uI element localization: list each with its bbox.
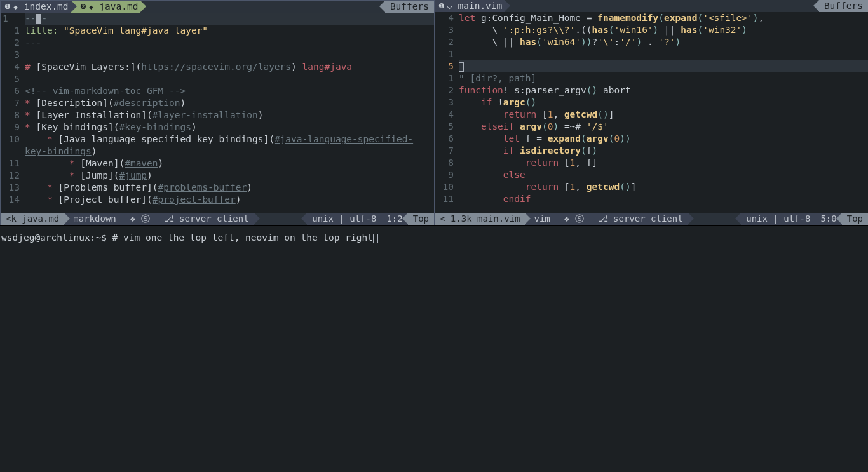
code-line[interactable]: [459, 60, 868, 72]
code-line[interactable]: [25, 49, 434, 61]
line-number: 12: [1, 170, 20, 182]
line-number: 1: [435, 72, 454, 84]
code-line[interactable]: * [Project buffer](#project-buffer): [25, 194, 434, 206]
status-scroll: Top: [842, 213, 868, 225]
code-line[interactable]: " [dir?, path]: [459, 72, 868, 84]
left-gutter: 1234567891011121314: [1, 13, 24, 213]
code-line[interactable]: return [1, getcwd()]: [459, 109, 868, 121]
line-number: 6: [435, 133, 454, 145]
status-encoding: unix | utf-8: [307, 213, 381, 225]
code-line[interactable]: title: "SpaceVim lang#java layer": [25, 25, 434, 37]
code-line[interactable]: # [SpaceVim Layers:](https://spacevim.or…: [25, 61, 434, 73]
line-number: 7: [1, 97, 20, 109]
code-line[interactable]: [25, 73, 434, 85]
line-number: 3: [1, 49, 20, 61]
code-line[interactable]: * [Maven](#maven): [25, 158, 434, 170]
left-statusbar: <k java.md markdown ❖ Ⓢ ⎇ server_client …: [1, 213, 434, 225]
code-line[interactable]: ---: [25, 13, 434, 25]
line-number: 1: [435, 48, 454, 60]
line-number: 6: [1, 85, 20, 97]
status-branch: ⎇ server_client: [589, 213, 688, 225]
line-number: 2: [435, 84, 454, 97]
code-line[interactable]: endif: [459, 193, 868, 205]
line-number: 2: [435, 36, 454, 48]
line-number: 8: [435, 157, 454, 169]
code-line[interactable]: key-bindings): [25, 145, 434, 158]
code-line[interactable]: let f = expand(argv(0)): [459, 133, 868, 145]
left-editor[interactable]: 1234567891011121314 ---title: "SpaceVim …: [1, 13, 434, 213]
line-number: 4: [435, 109, 454, 121]
code-line[interactable]: let g:Config_Main_Home = fnamemodify(exp…: [459, 12, 868, 24]
right-tabbar: ❶ ⌵ main.vimBuffers: [435, 0, 868, 12]
line-number: 4: [435, 12, 454, 24]
code-line[interactable]: return [1, getcwd()]: [459, 181, 868, 193]
line-number: 9: [435, 169, 454, 181]
tab-main-vim[interactable]: ❶ ⌵ main.vim: [435, 0, 505, 12]
code-line[interactable]: else: [459, 169, 868, 181]
line-number: 8: [1, 109, 20, 121]
code-line[interactable]: <!-- vim-markdown-toc GFM -->: [25, 85, 434, 97]
code-line[interactable]: if !argc(): [459, 97, 868, 109]
code-line[interactable]: return [1, f]: [459, 157, 868, 169]
code-line[interactable]: ---: [25, 37, 434, 49]
buffers-indicator[interactable]: Buffers: [819, 0, 868, 12]
line-number: 11: [435, 193, 454, 205]
status-size: <k java.md: [1, 213, 64, 225]
line-number: 3: [435, 24, 454, 36]
terminal-cursor: [373, 234, 378, 243]
code-line[interactable]: elseif argv(0) =~# '/$': [459, 121, 868, 133]
status-size: < 1.3k main.vim: [435, 213, 525, 225]
line-number: 3: [435, 97, 454, 109]
line-number: 5: [1, 73, 20, 85]
code-line[interactable]: * [Jump](#jump): [25, 170, 434, 182]
line-number: [1, 145, 20, 158]
right-statusbar: < 1.3k main.vim vim ❖ Ⓢ ⎇ server_client …: [435, 213, 868, 225]
line-number: 5: [435, 60, 454, 72]
code-line[interactable]: \ ':p:h:gs?\\?'.((has('win16') || has('w…: [459, 24, 868, 36]
code-line[interactable]: * [Key bindings](#key-bindings): [25, 121, 434, 133]
line-number: 10: [1, 133, 20, 145]
status-filetype: markdown: [64, 213, 121, 225]
layout: ❶ ⬥ index.md❷ ⬥ java.mdBuffers 123456789…: [0, 0, 868, 472]
code-line[interactable]: \ || has('win64'))?'\':'/') . '?'): [459, 36, 868, 48]
line-number: 9: [1, 121, 20, 133]
right-gutter: 432151234567891011: [435, 12, 458, 213]
code-line[interactable]: function! s:parser_argv() abort: [459, 84, 868, 97]
terminal-line[interactable]: wsdjeg@archlinux:~$ # vim one the top le…: [1, 232, 867, 244]
code-line[interactable]: if isdirectory(f): [459, 145, 868, 157]
line-number: 14: [1, 194, 20, 206]
left-pane: ❶ ⬥ index.md❷ ⬥ java.mdBuffers 123456789…: [0, 0, 435, 225]
left-tabbar: ❶ ⬥ index.md❷ ⬥ java.mdBuffers: [1, 1, 434, 13]
line-number: 2: [1, 37, 20, 49]
tab-index-md[interactable]: ❶ ⬥ index.md: [1, 1, 71, 13]
tab-java-md[interactable]: ❷ ⬥ java.md: [71, 1, 141, 13]
line-number: 11: [1, 158, 20, 170]
right-code[interactable]: let g:Config_Main_Home = fnamemodify(exp…: [458, 12, 868, 213]
line-number: 1: [1, 25, 20, 37]
status-encoding: unix | utf-8: [741, 213, 815, 225]
line-number: 1: [3, 13, 8, 25]
code-line[interactable]: [459, 48, 868, 60]
status-scroll: Top: [408, 213, 434, 225]
line-number: 7: [435, 145, 454, 157]
code-line[interactable]: * [Java language specified key bindings]…: [25, 133, 434, 145]
code-line[interactable]: * [Layer Installation](#layer-installati…: [25, 109, 434, 121]
line-number: 4: [1, 61, 20, 73]
code-line[interactable]: * [Problems buffer](#problems-buffer): [25, 182, 434, 194]
terminal[interactable]: wsdjeg@archlinux:~$ # vim one the top le…: [0, 226, 868, 472]
shell-command: # vim one the top left, neovim on the to…: [107, 233, 373, 243]
top-panes: ❶ ⬥ index.md❷ ⬥ java.mdBuffers 123456789…: [0, 0, 868, 226]
shell-prompt: wsdjeg@archlinux:~$: [1, 233, 107, 243]
line-number: 13: [1, 182, 20, 194]
right-editor[interactable]: 432151234567891011 let g:Config_Main_Hom…: [435, 12, 868, 213]
status-branch: ⎇ server_client: [155, 213, 254, 225]
line-number: 5: [435, 121, 454, 133]
right-pane: ❶ ⌵ main.vimBuffers 432151234567891011 l…: [435, 0, 868, 225]
code-line[interactable]: * [Description](#description): [25, 97, 434, 109]
left-code[interactable]: ---title: "SpaceVim lang#java layer"---#…: [24, 13, 434, 213]
line-number: 10: [435, 181, 454, 193]
buffers-indicator[interactable]: Buffers: [385, 1, 434, 13]
